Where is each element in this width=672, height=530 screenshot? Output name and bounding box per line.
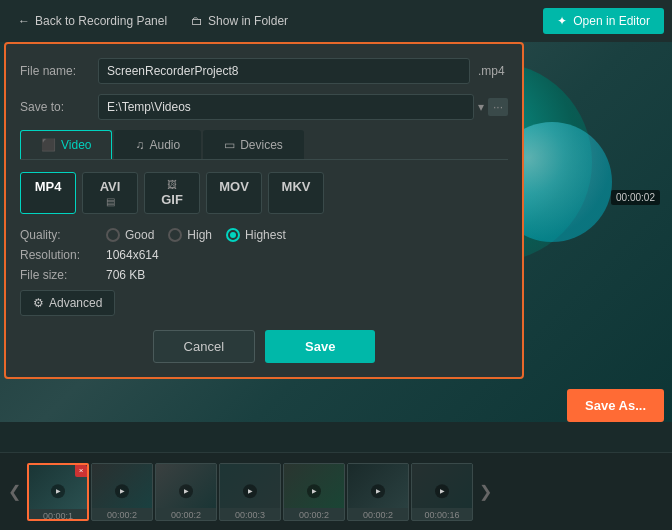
thumb-time-7: 00:00:16 (412, 508, 472, 522)
high-label: High (187, 228, 212, 242)
video-tab-icon: ⬛ (41, 138, 56, 152)
gif-icon: 🖼 (167, 179, 177, 190)
timeline-thumb-4[interactable]: 00:00:3 (219, 463, 281, 521)
time-badge: 00:00:02 (611, 190, 660, 205)
resolution-value: 1064x614 (106, 248, 159, 262)
filename-input[interactable] (98, 58, 470, 84)
thumb-play-6[interactable] (371, 484, 385, 498)
quality-label: Quality: (20, 228, 100, 242)
format-tabs: ⬛ Video ♫ Audio ▭ Devices (20, 130, 508, 160)
quality-options: Good High Highest (106, 228, 286, 242)
format-mp4[interactable]: MP4 (20, 172, 76, 214)
thumb-play-5[interactable] (307, 484, 321, 498)
back-button[interactable]: ← Back to Recording Panel (8, 10, 177, 32)
devices-tab-icon: ▭ (224, 138, 235, 152)
advanced-label: Advanced (49, 296, 102, 310)
show-folder-button[interactable]: 🗀 Show in Folder (181, 10, 298, 32)
timeline-thumb-3[interactable]: 00:00:2 (155, 463, 217, 521)
mov-label: MOV (219, 179, 249, 194)
timeline: ❮ × 00:00:1 00:00:2 00:00:2 00:00:3 (0, 452, 672, 530)
filesize-row: File size: 706 KB (20, 268, 508, 282)
format-mkv[interactable]: MKV (268, 172, 324, 214)
thumb-play-2[interactable] (115, 484, 129, 498)
format-buttons: MP4 AVI ▤ 🖼 GIF MOV MKV (20, 172, 508, 214)
quality-high[interactable]: High (168, 228, 212, 242)
advanced-button[interactable]: ⚙ Advanced (20, 290, 115, 316)
thumb-time-1: 00:00:1 (29, 509, 87, 523)
avi-icon: ▤ (106, 196, 115, 207)
timeline-thumb-7[interactable]: 00:00:16 (411, 463, 473, 521)
thumb-time-3: 00:00:2 (156, 508, 216, 522)
thumb-play-1[interactable] (51, 484, 65, 498)
resolution-row: Resolution: 1064x614 (20, 248, 508, 262)
file-extension: .mp4 (478, 64, 508, 78)
quality-highest[interactable]: Highest (226, 228, 286, 242)
back-arrow-icon: ← (18, 14, 30, 28)
show-folder-label: Show in Folder (208, 14, 288, 28)
devices-tab-label: Devices (240, 138, 283, 152)
tab-video[interactable]: ⬛ Video (20, 130, 112, 159)
audio-tab-icon: ♫ (135, 138, 144, 152)
good-label: Good (125, 228, 154, 242)
thumb-play-4[interactable] (243, 484, 257, 498)
filename-row: File name: .mp4 (20, 58, 508, 84)
tab-audio[interactable]: ♫ Audio (114, 130, 201, 159)
thumb-time-2: 00:00:2 (92, 508, 152, 522)
highest-radio[interactable] (226, 228, 240, 242)
timeline-thumb-6[interactable]: 00:00:2 (347, 463, 409, 521)
thumb-time-5: 00:00:2 (284, 508, 344, 522)
cancel-button[interactable]: Cancel (153, 330, 255, 363)
filename-label: File name: (20, 64, 90, 78)
saveto-row: Save to: ▾ ··· (20, 94, 508, 120)
format-mov[interactable]: MOV (206, 172, 262, 214)
high-radio[interactable] (168, 228, 182, 242)
export-dialog: File name: .mp4 Save to: ▾ ··· ⬛ Video ♫… (4, 42, 524, 379)
avi-label: AVI (100, 179, 121, 194)
video-tab-label: Video (61, 138, 91, 152)
quality-row: Quality: Good High Highest (20, 228, 508, 242)
quality-good[interactable]: Good (106, 228, 154, 242)
path-dropdown-icon[interactable]: ▾ (478, 100, 484, 114)
top-bar: ← Back to Recording Panel 🗀 Show in Fold… (0, 0, 672, 42)
dialog-footer: Cancel Save (20, 330, 508, 363)
timeline-thumb-1[interactable]: × 00:00:1 (27, 463, 89, 521)
thumb-time-6: 00:00:2 (348, 508, 408, 522)
resolution-label: Resolution: (20, 248, 100, 262)
timeline-thumb-2[interactable]: 00:00:2 (91, 463, 153, 521)
timeline-right-nav[interactable]: ❯ (475, 482, 496, 501)
thumb-play-7[interactable] (435, 484, 449, 498)
timeline-thumb-5[interactable]: 00:00:2 (283, 463, 345, 521)
back-label: Back to Recording Panel (35, 14, 167, 28)
gear-icon: ⚙ (33, 296, 44, 310)
thumb-close-1[interactable]: × (75, 465, 87, 477)
format-avi[interactable]: AVI ▤ (82, 172, 138, 214)
open-editor-label: Open in Editor (573, 14, 650, 28)
thumb-time-4: 00:00:3 (220, 508, 280, 522)
open-editor-button[interactable]: ✦ Open in Editor (543, 8, 664, 34)
timeline-left-nav[interactable]: ❮ (4, 482, 25, 501)
folder-icon: 🗀 (191, 14, 203, 28)
good-radio[interactable] (106, 228, 120, 242)
save-as-button[interactable]: Save As... (567, 389, 664, 422)
audio-tab-label: Audio (149, 138, 180, 152)
filesize-label: File size: (20, 268, 100, 282)
tab-devices[interactable]: ▭ Devices (203, 130, 304, 159)
browse-button[interactable]: ··· (488, 98, 508, 116)
save-path-input[interactable] (98, 94, 474, 120)
save-button[interactable]: Save (265, 330, 375, 363)
format-gif[interactable]: 🖼 GIF (144, 172, 200, 214)
highest-label: Highest (245, 228, 286, 242)
mp4-label: MP4 (35, 179, 62, 194)
editor-icon: ✦ (557, 14, 567, 28)
thumb-play-3[interactable] (179, 484, 193, 498)
filesize-value: 706 KB (106, 268, 145, 282)
path-row: ▾ ··· (98, 94, 508, 120)
gif-label: GIF (161, 192, 183, 207)
saveto-label: Save to: (20, 100, 90, 114)
mkv-label: MKV (282, 179, 311, 194)
